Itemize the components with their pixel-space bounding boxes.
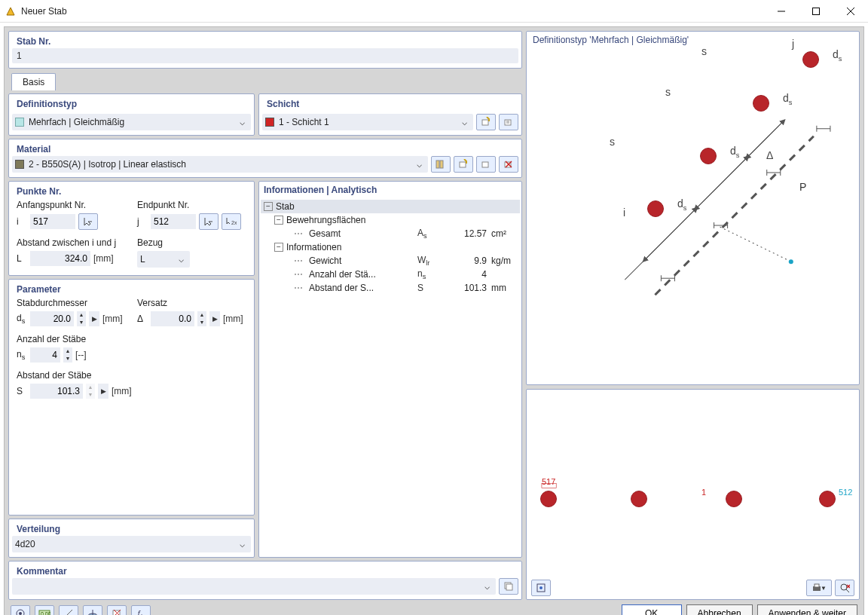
schicht-new-button[interactable] — [476, 114, 496, 130]
bezug-combo[interactable]: L ⌵ — [137, 251, 190, 268]
svg-point-39 — [539, 586, 542, 589]
svg-line-43 — [846, 589, 849, 592]
tree-line-icon: ⋯ — [289, 255, 309, 266]
label-P: P — [799, 181, 806, 193]
tree-line-icon: ⋯ — [289, 283, 309, 293]
pick-point-j-button[interactable] — [199, 213, 219, 230]
svg-line-22 — [747, 121, 784, 158]
material-new-button[interactable] — [454, 156, 473, 173]
abstand-staebe-spinner[interactable]: ▲▼ — [86, 384, 95, 399]
abstand-staebe-popup[interactable]: ▶ — [98, 384, 108, 399]
label-s1: s — [610, 136, 615, 148]
informationen-panel: Informationen | Analytisch − Stab − Bewe… — [258, 181, 522, 558]
kommentar-combo[interactable]: ⌵ — [12, 578, 496, 595]
rebar-dot — [753, 95, 769, 112]
collapse-icon[interactable]: − — [274, 243, 283, 252]
bezug-value: L — [140, 254, 170, 265]
stabdurchmesser-input[interactable] — [30, 311, 74, 326]
abstand-staebe-unit: [mm] — [112, 386, 132, 396]
punkte-header: Punkte Nr. — [12, 183, 251, 198]
svg-rect-10 — [460, 162, 466, 167]
abstand-staebe-input[interactable] — [30, 384, 83, 399]
material-panel: Material 2 - B550S(A) | Isotrop | Linear… — [8, 139, 522, 178]
abstand-ij-unit: [mm] — [93, 253, 114, 264]
schicht-combo[interactable]: 1 - Schicht 1 ⌵ — [262, 114, 473, 130]
abstand-staebe-sym: S — [17, 386, 27, 396]
view-mode-button[interactable] — [59, 605, 78, 615]
material-edit-button[interactable] — [476, 156, 496, 173]
collapse-icon[interactable]: − — [274, 216, 283, 225]
svg-rect-4 — [482, 120, 488, 125]
svg-line-50 — [65, 610, 72, 615]
definitionstyp-combo[interactable]: Mehrfach | Gleichmäßig ⌵ — [12, 114, 251, 130]
versatz-input[interactable] — [151, 311, 194, 326]
pick-2-points-button[interactable]: 2x — [222, 213, 241, 230]
stabdurchmesser-spinner[interactable]: ▲▼ — [77, 311, 86, 326]
chevron-down-icon: ⌵ — [175, 254, 187, 265]
parameter-header: Parameter — [12, 281, 251, 296]
help-button[interactable] — [11, 605, 30, 615]
svg-text:0,00: 0,00 — [41, 611, 50, 615]
tree-root-stab[interactable]: − Stab — [261, 200, 520, 213]
tree-item-abstand: ⋯ Abstand der S... S 101.3 mm — [286, 281, 520, 295]
schicht-edit-button[interactable] — [499, 114, 518, 130]
collapse-icon[interactable]: − — [264, 202, 273, 211]
endpunkt-input[interactable] — [151, 214, 196, 229]
cancel-button[interactable]: Abbrechen — [686, 604, 753, 615]
tree-item-anzahl: ⋯ Anzahl der Stä... ns 4 — [286, 268, 520, 281]
svg-rect-41 — [815, 584, 819, 587]
stab-nr-field[interactable]: 1 — [12, 48, 518, 63]
title-bar: Neuer Stab — [0, 0, 868, 23]
versatz-spinner[interactable]: ▲▼ — [197, 311, 206, 326]
svg-line-21 — [696, 158, 747, 209]
preview-options-button[interactable] — [531, 580, 551, 596]
material-value: 2 - B550S(A) | Isotrop | Linear elastisc… — [29, 159, 408, 170]
label-point-512: 512 — [839, 488, 852, 497]
anfangspunkt-input[interactable] — [30, 214, 75, 229]
display-button[interactable] — [83, 605, 102, 615]
anzahl-staebe-spinner[interactable]: ▲▼ — [63, 347, 72, 363]
anfangspunkt-sym: i — [17, 216, 27, 227]
tab-basis[interactable]: Basis — [11, 73, 56, 90]
anzahl-staebe-sym: ns — [17, 349, 27, 361]
tree-item-gesamt: ⋯ Gesamt As 12.57 cm² — [286, 227, 520, 240]
tree-group-bewehrungsflaechen[interactable]: − Bewehrungsflächen — [271, 213, 520, 227]
maximize-button[interactable] — [799, 0, 833, 23]
abstand-ij-input[interactable] — [30, 251, 90, 266]
anfangspunkt-label: Anfangspunkt Nr. — [17, 200, 86, 210]
chevron-down-icon: ⌵ — [236, 117, 248, 127]
zoom-reset-button[interactable] — [835, 580, 854, 596]
svg-rect-11 — [482, 162, 488, 167]
versatz-label: Versatz — [137, 298, 167, 308]
reset-button[interactable] — [107, 605, 127, 615]
material-delete-button[interactable] — [499, 156, 518, 173]
endpunkt-sym: j — [137, 216, 148, 227]
stabdurchmesser-popup[interactable]: ▶ — [89, 311, 99, 326]
punkte-panel: Punkte Nr. Anfangspunkt Nr. i — [8, 181, 255, 276]
minimize-button[interactable] — [764, 0, 799, 23]
material-library-button[interactable] — [431, 156, 451, 173]
function-button[interactable]: ƒ› — [131, 605, 151, 615]
versatz-popup[interactable]: ▶ — [209, 311, 220, 326]
verteilung-combo[interactable]: 4d20 ⌵ — [12, 536, 251, 552]
definitionstyp-value: Mehrfach | Gleichmäßig — [29, 117, 231, 127]
apply-continue-button[interactable]: Anwenden & weiter — [757, 604, 857, 615]
material-combo[interactable]: 2 - B550S(A) | Isotrop | Linear elastisc… — [12, 156, 428, 173]
tree-group-informationen[interactable]: − Informationen — [271, 240, 520, 254]
close-button[interactable] — [833, 0, 868, 23]
label-j: j — [792, 38, 794, 50]
svg-point-42 — [841, 584, 847, 590]
svg-point-36 — [789, 259, 793, 264]
section-svg — [533, 393, 853, 596]
ok-button[interactable]: OK — [622, 604, 682, 615]
label-s2: s — [665, 86, 671, 98]
pick-point-i-button[interactable] — [78, 213, 98, 230]
stab-nr-panel: Stab Nr. 1 — [8, 31, 522, 69]
abstand-ij-label: Abstand zwischen i und j — [17, 237, 116, 248]
kommentar-edit-button[interactable] — [499, 578, 518, 595]
units-button[interactable]: 0,00 — [35, 605, 54, 615]
rebar-dot — [647, 200, 664, 217]
print-button[interactable]: ▼ — [806, 580, 832, 596]
anzahl-staebe-input[interactable] — [30, 347, 60, 363]
label-ds2: ds — [730, 145, 739, 159]
